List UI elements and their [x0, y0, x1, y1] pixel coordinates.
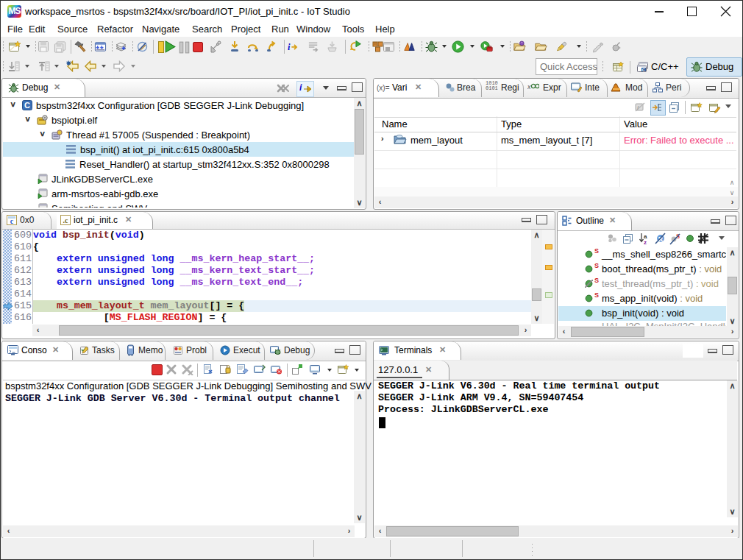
svg-text:z: z — [644, 239, 647, 245]
svg-text:C: C — [24, 101, 30, 110]
svg-text:x: x — [527, 83, 531, 91]
svg-text:.c: .c — [63, 216, 69, 224]
svg-text:c: c — [10, 217, 14, 225]
